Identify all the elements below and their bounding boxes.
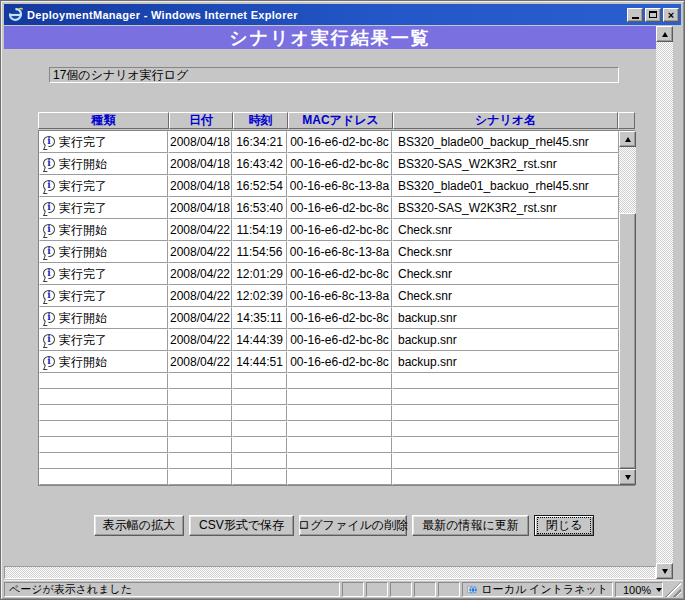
mac-cell: 00-16-e6-d2-bc-8c — [287, 131, 392, 153]
scenario-cell: BS320-SAS_W2K3R2_rst.snr — [392, 153, 619, 175]
empty-cell — [168, 469, 232, 485]
table-vertical-scrollbar[interactable] — [619, 131, 636, 485]
column-header-time[interactable]: 時刻 — [233, 112, 288, 129]
table-row[interactable]: 実行開始2008/04/2214:35:1100-16-e6-d2-bc-8cb… — [39, 307, 619, 329]
type-cell: 実行完了 — [39, 175, 168, 197]
empty-cell — [287, 389, 392, 405]
info-balloon-icon — [43, 158, 55, 169]
maximize-button[interactable] — [645, 8, 661, 22]
type-label: 実行開始 — [59, 157, 107, 171]
time-cell: 11:54:19 — [232, 219, 287, 241]
empty-table-row — [39, 437, 619, 453]
type-cell: 実行完了 — [39, 285, 168, 307]
scenario-cell: BS320_blade00_backup_rhel45.snr — [392, 131, 619, 153]
time-cell: 16:43:42 — [232, 153, 287, 175]
scenario-cell: BS320_blade01_backuo_rhel45.snr — [392, 175, 619, 197]
table-row[interactable]: 実行完了2008/04/1816:53:4000-16-e6-d2-bc-8cB… — [39, 197, 619, 219]
table-scroll-up-button[interactable] — [619, 131, 636, 147]
time-cell: 11:54:56 — [232, 241, 287, 263]
table-row[interactable]: 実行開始2008/04/2211:54:1900-16-e6-d2-bc-8cC… — [39, 219, 619, 241]
save-csv-button[interactable]: CSV形式で保存 — [189, 515, 294, 536]
security-zone-label: ローカル イントラネット — [481, 582, 608, 597]
column-header-scenario[interactable]: シナリオ名 — [393, 112, 618, 129]
type-label: 実行完了 — [59, 179, 107, 193]
info-balloon-icon — [43, 180, 55, 191]
expand-width-button[interactable]: 表示幅の拡大 — [94, 515, 184, 536]
type-cell: 実行完了 — [39, 263, 168, 285]
info-balloon-icon — [43, 334, 55, 345]
table-row[interactable]: 実行完了2008/04/1816:52:5400-16-e6-8c-13-8aB… — [39, 175, 619, 197]
page-title: シナリオ実行結果一覧 — [229, 26, 431, 50]
mac-cell: 00-16-e6-8c-13-8a — [287, 285, 392, 307]
info-balloon-icon — [43, 356, 55, 367]
status-pane-5 — [438, 582, 460, 597]
horizontal-scrollbar-track[interactable] — [4, 566, 656, 579]
page-vertical-scrollbar[interactable] — [656, 26, 673, 579]
empty-cell — [287, 469, 392, 485]
time-cell: 14:35:11 — [232, 307, 287, 329]
empty-cell — [39, 453, 168, 469]
table-row[interactable]: 実行完了2008/04/2212:01:2900-16-e6-d2-bc-8cC… — [39, 263, 619, 285]
time-cell: 16:34:21 — [232, 131, 287, 153]
info-balloon-icon — [43, 224, 55, 235]
table-row[interactable]: 実行開始2008/04/2211:54:5600-16-e6-8c-13-8aC… — [39, 241, 619, 263]
table-scroll-down-button[interactable] — [619, 469, 636, 485]
time-cell: 12:01:29 — [232, 263, 287, 285]
minimize-button[interactable] — [627, 8, 643, 22]
close-button[interactable]: 閉じる — [534, 515, 594, 536]
status-bar: ページが表示されました ローカル イントラネット 100% — [4, 580, 683, 598]
empty-cell — [39, 389, 168, 405]
zoom-dropdown-arrow-icon — [656, 588, 662, 592]
mac-cell: 00-16-e6-d2-bc-8c — [287, 153, 392, 175]
close-button-label: 閉じる — [537, 517, 592, 534]
zoom-control[interactable]: 100% — [615, 582, 663, 597]
column-header-mac[interactable]: MACアドレス — [288, 112, 393, 129]
mac-cell: 00-16-e6-8c-13-8a — [287, 175, 392, 197]
empty-cell — [39, 469, 168, 485]
close-window-button[interactable]: × — [663, 8, 679, 22]
empty-cell — [287, 437, 392, 453]
empty-cell — [232, 437, 287, 453]
page-scroll-up-button[interactable] — [656, 26, 673, 42]
scenario-cell: backup.snr — [392, 307, 619, 329]
empty-cell — [392, 437, 619, 453]
page-scroll-down-button[interactable] — [656, 563, 673, 579]
info-balloon-icon — [43, 246, 55, 257]
status-pane-4 — [414, 582, 436, 597]
title-bar: DeploymentManager - Windows Internet Exp… — [4, 4, 681, 25]
window-title: DeploymentManager - Windows Internet Exp… — [27, 9, 627, 21]
table-row[interactable]: 実行完了2008/04/2212:02:3900-16-e6-8c-13-8aC… — [39, 285, 619, 307]
type-label: 実行完了 — [59, 333, 107, 347]
scenario-cell: backup.snr — [392, 351, 619, 373]
table-scrollbar-thumb[interactable] — [619, 213, 636, 469]
type-cell: 実行開始 — [39, 351, 168, 373]
empty-table-row — [39, 421, 619, 437]
column-header-date[interactable]: 日付 — [169, 112, 233, 129]
refresh-button[interactable]: 最新の情報に更新 — [412, 515, 529, 536]
empty-cell — [232, 453, 287, 469]
empty-cell — [232, 405, 287, 421]
empty-cell — [168, 389, 232, 405]
window-resize-grip[interactable] — [665, 582, 681, 597]
table-row[interactable]: 実行完了2008/04/1816:34:2100-16-e6-d2-bc-8cB… — [39, 131, 619, 153]
mac-cell: 00-16-e6-d2-bc-8c — [287, 351, 392, 373]
status-message: ページが表示されました — [4, 582, 340, 597]
log-grid: 実行完了2008/04/1816:34:2100-16-e6-d2-bc-8cB… — [39, 131, 619, 485]
date-cell: 2008/04/22 — [168, 263, 232, 285]
column-header-stub — [618, 112, 635, 129]
empty-cell — [168, 453, 232, 469]
date-cell: 2008/04/22 — [168, 351, 232, 373]
scenario-cell: Check.snr — [392, 263, 619, 285]
empty-cell — [392, 453, 619, 469]
empty-cell — [168, 437, 232, 453]
empty-table-row — [39, 373, 619, 389]
table-row[interactable]: 実行開始2008/04/2214:44:5100-16-e6-d2-bc-8cb… — [39, 351, 619, 373]
type-label: 実行開始 — [59, 311, 107, 325]
time-cell: 14:44:39 — [232, 329, 287, 351]
table-row[interactable]: 実行完了2008/04/2214:44:3900-16-e6-d2-bc-8cb… — [39, 329, 619, 351]
table-row[interactable]: 実行開始2008/04/1816:43:4200-16-e6-d2-bc-8cB… — [39, 153, 619, 175]
type-label: 実行完了 — [59, 289, 107, 303]
empty-cell — [168, 373, 232, 389]
column-header-type[interactable]: 種類 — [38, 112, 169, 129]
delete-log-button[interactable]: ログファイルの削除 — [299, 515, 407, 536]
